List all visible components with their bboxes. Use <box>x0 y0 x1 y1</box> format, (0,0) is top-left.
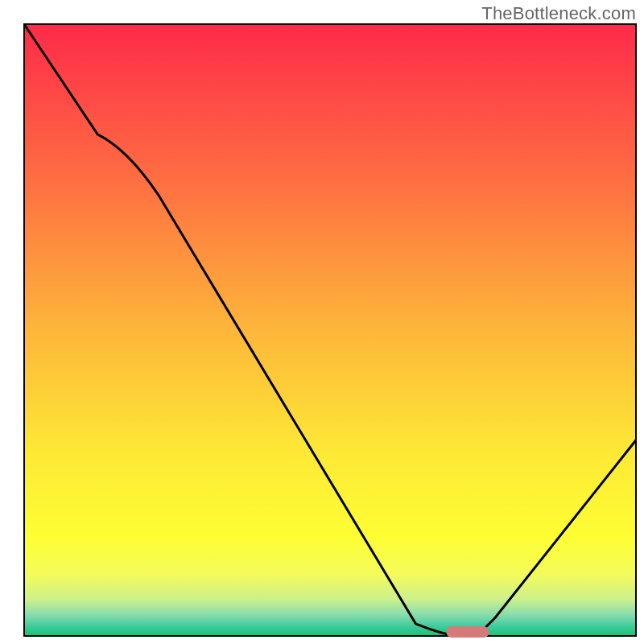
optimum-marker <box>446 626 489 638</box>
watermark-label: TheBottleneck.com <box>481 3 636 24</box>
plot-background <box>24 24 636 636</box>
bottleneck-chart <box>0 0 644 644</box>
chart-container: TheBottleneck.com <box>0 0 644 644</box>
